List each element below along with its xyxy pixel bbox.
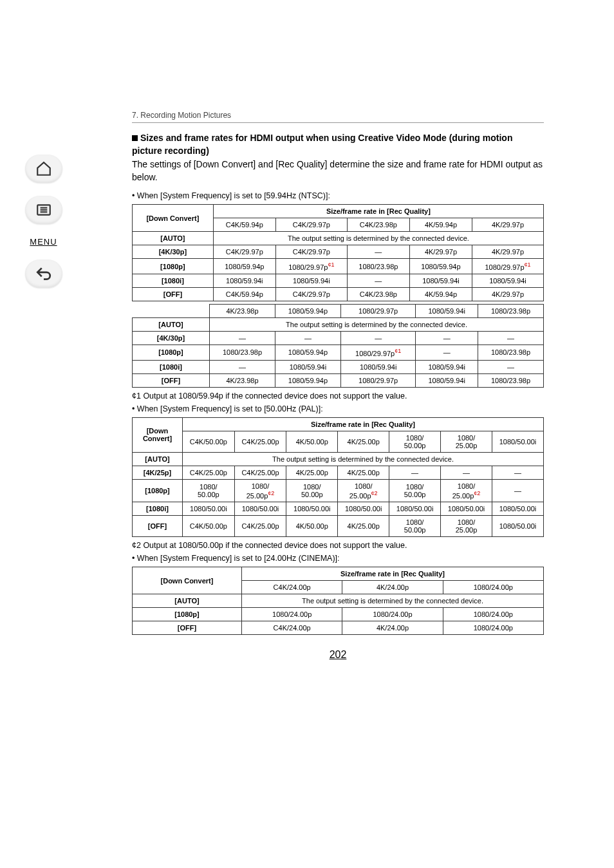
row-off: [OFF] bbox=[133, 621, 242, 635]
ntsc-table-a: [Down Convert] Size/frame rate in [Rec Q… bbox=[132, 204, 544, 301]
page-number: 202 bbox=[132, 649, 544, 661]
row-off: [OFF] bbox=[133, 373, 210, 387]
row-1080p: [1080p] bbox=[133, 479, 183, 502]
footnote-1: ¢1 Output at 1080/59.94p if the connecte… bbox=[132, 392, 544, 401]
row-auto: [AUTO] bbox=[133, 318, 210, 332]
table-cell: 1080/50.00i bbox=[441, 502, 492, 516]
breadcrumb: 7. Recording Motion Pictures bbox=[132, 111, 544, 123]
table-cell: 1080/ 50.00p bbox=[389, 431, 441, 452]
toc-button[interactable] bbox=[25, 196, 62, 224]
menu-button[interactable]: MENU bbox=[30, 237, 57, 247]
table-cell: 4K/23.98p bbox=[210, 305, 275, 318]
table-cell: 1080/59.94p bbox=[275, 345, 340, 361]
table-cell: 1080/50.00i bbox=[492, 516, 544, 537]
table-cell: C4K/25.00p bbox=[234, 516, 286, 537]
row-auto: [AUTO] bbox=[133, 452, 183, 466]
table-cell: 1080/23.98p bbox=[347, 259, 409, 274]
table-cell: 1080/24.00p bbox=[443, 621, 543, 635]
row-1080i: [1080i] bbox=[133, 274, 214, 288]
table-cell: 4K/25.00p bbox=[338, 466, 389, 479]
back-icon bbox=[35, 265, 52, 282]
table-cell: — bbox=[275, 332, 340, 345]
table-cell: 1080/29.97p¢1 bbox=[472, 259, 544, 274]
col-down-convert: [Down Convert] bbox=[133, 567, 242, 594]
table-cell: 1080/23.98p bbox=[478, 373, 544, 387]
table-cell: 1080/59.94p bbox=[409, 259, 472, 274]
table-cell: 1080/59.94p bbox=[213, 259, 275, 274]
table-cell: C4K/23.98p bbox=[347, 288, 409, 301]
row-1080p: [1080p] bbox=[133, 345, 210, 361]
auto-msg: The output setting is determined by the … bbox=[210, 318, 544, 332]
table-cell: 1080/ 50.00p bbox=[389, 516, 441, 537]
table-cell: 4K/59.94p bbox=[409, 218, 472, 232]
table-cell: 1080/59.94i bbox=[275, 274, 347, 288]
table-cell: C4K/25.00p bbox=[234, 431, 286, 452]
row-1080i: [1080i] bbox=[133, 502, 183, 516]
footnote-ref-1: ¢1 bbox=[328, 261, 334, 268]
table-cell: 4K/29.97p bbox=[409, 245, 472, 259]
table-cell: 4K/29.97p bbox=[472, 245, 544, 259]
table-cell: — bbox=[441, 466, 492, 479]
table-cell: 1080/59.94i bbox=[275, 360, 340, 373]
table-cell: — bbox=[347, 245, 409, 259]
table-cell: C4K/24.00p bbox=[242, 581, 342, 594]
table-cell: 4K/25.00p bbox=[338, 516, 389, 537]
table-cell: C4K/25.00p bbox=[183, 466, 235, 479]
table-cell: — bbox=[478, 332, 544, 345]
table-cell: 1080/59.94p bbox=[275, 305, 340, 318]
table-cell: 1080/29.97p¢1 bbox=[275, 259, 347, 274]
table-cell: 4K/50.00p bbox=[286, 431, 338, 452]
section-heading: Sizes and frame rates for HDMI output wh… bbox=[132, 132, 544, 157]
table-cell: 1080/24.00p bbox=[443, 581, 543, 594]
row-1080p: [1080p] bbox=[133, 259, 214, 274]
table-cell: 1080/ 25.00p¢2 bbox=[234, 479, 286, 502]
table-cell: 1080/29.97p bbox=[340, 373, 416, 387]
table-cell: 1080/50.00i bbox=[286, 502, 338, 516]
table-cell: 1080/50.00i bbox=[492, 431, 544, 452]
table-cell: 4K/24.00p bbox=[342, 581, 443, 594]
spacer bbox=[133, 305, 210, 318]
table-cell: 1080/59.94i bbox=[340, 360, 416, 373]
table-cell: 1080/50.00i bbox=[234, 502, 286, 516]
cinema-table: [Down Convert] Size/frame rate in [Rec Q… bbox=[132, 567, 544, 635]
table-cell: 1080/59.94i bbox=[416, 373, 478, 387]
table-cell: — bbox=[340, 332, 416, 345]
footnote-ref-1: ¢1 bbox=[525, 261, 531, 268]
table-cell: C4K/59.94p bbox=[213, 218, 275, 232]
table-cell: C4K/25.00p bbox=[234, 466, 286, 479]
sidebar: MENU bbox=[0, 0, 87, 868]
table-cell: 1080/ 25.00p¢2 bbox=[338, 479, 389, 502]
table-cell: — bbox=[347, 274, 409, 288]
table-cell: 1080/24.00p bbox=[443, 608, 543, 621]
home-icon bbox=[35, 160, 52, 177]
table-cell: — bbox=[492, 479, 544, 502]
table-cell: 1080/50.00i bbox=[389, 502, 441, 516]
home-button[interactable] bbox=[25, 155, 62, 183]
table-cell: 1080/59.94i bbox=[409, 274, 472, 288]
row-auto: [AUTO] bbox=[133, 232, 214, 245]
table-cell: — bbox=[210, 332, 275, 345]
table-cell: 4K/50.00p bbox=[286, 516, 338, 537]
table-cell: — bbox=[210, 360, 275, 373]
table-cell: 1080/23.98p bbox=[478, 345, 544, 361]
table-cell: — bbox=[416, 345, 478, 361]
table-cell: 4K/59.94p bbox=[409, 288, 472, 301]
table-cell: C4K/23.98p bbox=[347, 218, 409, 232]
back-button[interactable] bbox=[25, 259, 62, 288]
table-cell: 1080/29.97p¢1 bbox=[340, 345, 416, 361]
table-cell: 4K/29.97p bbox=[472, 288, 544, 301]
table-cell: 1080/ 25.00p bbox=[441, 431, 492, 452]
table-cell: 1080/29.97p bbox=[340, 305, 416, 318]
table-cell: C4K/59.94p bbox=[213, 288, 275, 301]
footnote-ref-2: ¢2 bbox=[268, 490, 274, 496]
list-icon bbox=[35, 202, 52, 218]
table-cell: 4K/24.00p bbox=[342, 621, 443, 635]
footnote-ref-1: ¢1 bbox=[395, 348, 401, 354]
row-off: [OFF] bbox=[133, 516, 183, 537]
table-cell: — bbox=[416, 332, 478, 345]
row-1080i: [1080i] bbox=[133, 360, 210, 373]
page-content: 7. Recording Motion Pictures Sizes and f… bbox=[132, 111, 544, 661]
row-off: [OFF] bbox=[133, 288, 214, 301]
auto-msg: The output setting is determined by the … bbox=[183, 452, 544, 466]
table-cell: 1080/ 50.00p bbox=[286, 479, 338, 502]
